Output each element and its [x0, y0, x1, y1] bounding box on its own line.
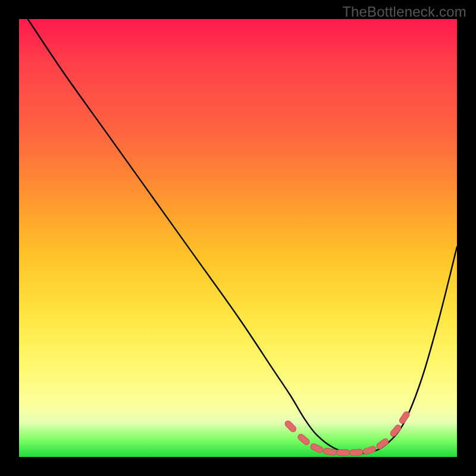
curve-marker [362, 446, 377, 455]
curve-marker [375, 437, 390, 450]
curve-marker [297, 433, 311, 446]
curve-marker [309, 443, 324, 453]
plot-area [19, 19, 457, 457]
curve-marker [336, 449, 349, 456]
curve-marker [389, 424, 402, 437]
bottleneck-curve [28, 19, 457, 453]
chart-svg [19, 19, 457, 457]
curve-marker [284, 419, 298, 433]
curve-marker [349, 449, 363, 456]
curve-marker [398, 411, 411, 425]
chart-frame: TheBottleneck.com [0, 0, 476, 476]
watermark-text: TheBottleneck.com [342, 4, 466, 20]
